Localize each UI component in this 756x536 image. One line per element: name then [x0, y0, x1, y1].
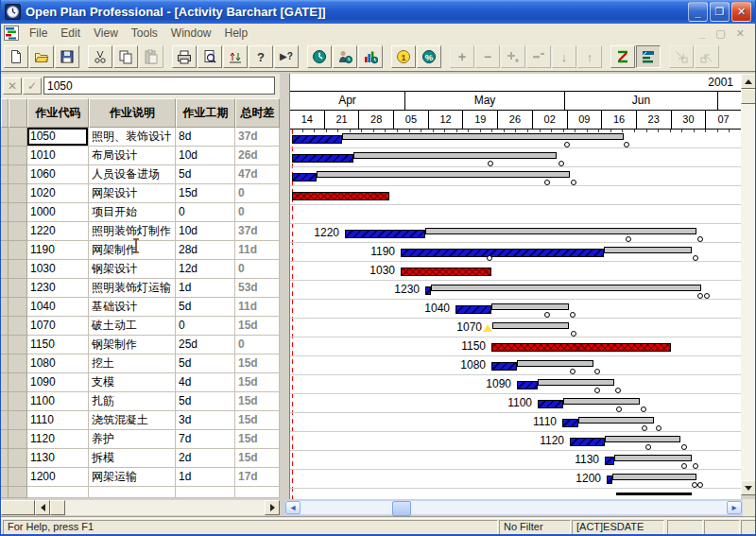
- gantt-bar-baseline[interactable]: [538, 379, 614, 386]
- new-button[interactable]: [4, 45, 28, 68]
- cell-desc[interactable]: 布局设计: [89, 147, 176, 165]
- row-selector[interactable]: [9, 203, 27, 222]
- scroll-down-button[interactable]: [741, 480, 756, 495]
- menu-file[interactable]: File: [23, 25, 54, 42]
- cell-code[interactable]: 1060: [27, 165, 89, 184]
- cell-float[interactable]: 37d: [235, 128, 280, 147]
- time-analysis-button[interactable]: [307, 45, 332, 68]
- print-preview-button[interactable]: [198, 45, 222, 68]
- row-selector[interactable]: [9, 392, 27, 411]
- cell-duration[interactable]: 10d: [176, 222, 235, 241]
- panel-splitter[interactable]: [280, 72, 289, 516]
- gantt-bar-baseline[interactable]: [431, 285, 701, 291]
- menu-help[interactable]: Help: [218, 25, 255, 42]
- cell-code[interactable]: 1090: [27, 373, 89, 392]
- row-selector[interactable]: [1, 298, 9, 317]
- gantt-bar-progress[interactable]: [455, 305, 491, 314]
- cell-code[interactable]: [27, 487, 89, 498]
- cell-desc[interactable]: 浇筑混凝土: [89, 411, 176, 430]
- gantt-bar-baseline[interactable]: [604, 247, 692, 253]
- mdi-window-controls[interactable]: _ ▢ ✕: [699, 27, 752, 40]
- cell-duration[interactable]: 1d: [176, 468, 235, 487]
- row-selector[interactable]: [9, 260, 27, 279]
- cell-code[interactable]: 1150: [27, 336, 89, 354]
- cell-desc[interactable]: 基础设计: [89, 298, 176, 317]
- column-header-code[interactable]: 作业代码: [27, 98, 89, 128]
- column-header-duration[interactable]: 作业工期: [176, 98, 235, 128]
- gantt-bar-progress[interactable]: [605, 457, 614, 465]
- row-selector[interactable]: [1, 260, 9, 279]
- gantt-bar-baseline[interactable]: [578, 417, 654, 424]
- resource-scheduling-button[interactable]: [333, 45, 357, 68]
- cell-duration[interactable]: 8d: [176, 128, 235, 147]
- cell-desc[interactable]: 破土动工: [89, 317, 176, 336]
- gantt-bar-progress[interactable]: [517, 381, 538, 389]
- row-selector[interactable]: [1, 222, 9, 241]
- cell-duration[interactable]: 28d: [176, 241, 235, 260]
- cell-duration[interactable]: 15d: [176, 184, 235, 203]
- gantt-bar-progress[interactable]: [538, 400, 563, 408]
- cell-duration[interactable]: 25d: [176, 336, 235, 354]
- cell-desc[interactable]: [89, 487, 176, 498]
- cell-code[interactable]: 1200: [27, 468, 89, 487]
- gantt-bar-critical[interactable]: [401, 268, 491, 276]
- table-horizontal-scrollbar[interactable]: [35, 500, 280, 515]
- row-selector[interactable]: [1, 241, 9, 260]
- cell-desc[interactable]: 支模: [89, 373, 176, 392]
- row-selector[interactable]: [1, 336, 9, 354]
- row-selector[interactable]: [1, 147, 9, 165]
- cell-code[interactable]: 1130: [27, 449, 89, 468]
- gantt-bar-progress[interactable]: [562, 419, 578, 427]
- cell-float[interactable]: 15d: [235, 317, 280, 336]
- cell-float[interactable]: 15d: [235, 373, 280, 392]
- cell-duration[interactable]: 5d: [176, 298, 235, 317]
- cell-code[interactable]: 1120: [27, 430, 89, 449]
- cell-desc[interactable]: 扎筋: [89, 392, 176, 411]
- cell-float[interactable]: 0: [235, 336, 280, 354]
- gantt-bar-progress[interactable]: [491, 362, 517, 371]
- row-selector[interactable]: [1, 279, 9, 298]
- column-header-float[interactable]: 总时差: [235, 98, 280, 128]
- cell-code[interactable]: 1000: [27, 203, 89, 222]
- gantt-bar-baseline[interactable]: [353, 152, 557, 159]
- minimize-button[interactable]: _: [688, 2, 708, 22]
- cell-duration[interactable]: 4d: [176, 373, 235, 392]
- cell-code[interactable]: 1230: [27, 279, 89, 298]
- row-selector[interactable]: [1, 487, 9, 498]
- row-selector[interactable]: [1, 430, 9, 449]
- restore-button[interactable]: ❐: [710, 2, 730, 22]
- cell-float[interactable]: 0: [235, 184, 280, 203]
- cell-code[interactable]: 1100: [27, 392, 89, 411]
- cost-analysis-button[interactable]: [358, 45, 383, 68]
- gantt-bar-baseline[interactable]: [491, 303, 569, 310]
- row-selector[interactable]: [1, 354, 9, 373]
- cell-desc[interactable]: 钢架制作: [89, 336, 176, 354]
- gantt-bar-progress[interactable]: [425, 286, 431, 295]
- gantt-bar-progress[interactable]: [607, 475, 612, 484]
- cell-float[interactable]: 0: [235, 203, 280, 222]
- cell-duration[interactable]: 2d: [176, 449, 235, 468]
- cell-desc[interactable]: 挖土: [89, 354, 176, 373]
- row-selector[interactable]: [1, 449, 9, 468]
- percent-complete-button[interactable]: %: [417, 45, 441, 68]
- gantt-bar-baseline[interactable]: [425, 228, 696, 234]
- table-scroll-right-button[interactable]: [265, 500, 280, 515]
- help-button[interactable]: ?: [249, 45, 273, 68]
- row-selector[interactable]: [9, 373, 27, 392]
- row-selector[interactable]: [9, 241, 27, 260]
- gantt-bar-summary[interactable]: [616, 493, 692, 495]
- row-selector[interactable]: [1, 128, 9, 147]
- gantt-bar-progress[interactable]: [292, 135, 342, 144]
- cell-float[interactable]: 11d: [235, 298, 280, 317]
- gantt-bar-baseline[interactable]: [612, 474, 696, 480]
- cell-float[interactable]: 17d: [235, 468, 280, 487]
- gantt-bar-baseline[interactable]: [614, 455, 692, 461]
- cell-duration[interactable]: 12d: [176, 260, 235, 279]
- vertical-scroll-thumb[interactable]: [741, 89, 756, 104]
- cell-float[interactable]: [235, 487, 280, 498]
- budget-button[interactable]: 1: [391, 45, 416, 68]
- row-selector[interactable]: [9, 354, 27, 373]
- vertical-scrollbar[interactable]: [741, 74, 756, 495]
- cell-desc[interactable]: 钢架设计: [89, 260, 176, 279]
- gantt-bar-baseline[interactable]: [317, 171, 570, 178]
